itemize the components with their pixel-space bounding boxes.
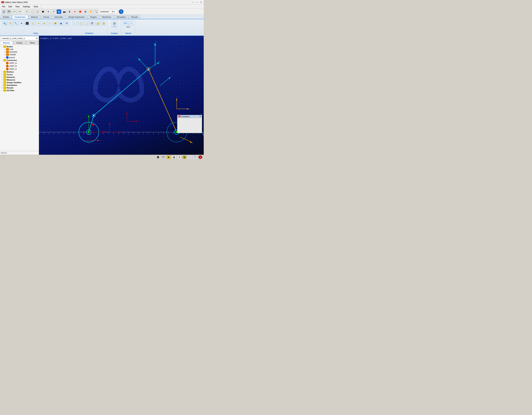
tree-joint-a[interactable]: JOINT_A: [1, 68, 38, 71]
prim-3-btn[interactable]: ⬜: [84, 20, 89, 26]
coordinate-window[interactable]: Ad Coordinat... ✕: [177, 115, 202, 133]
search-bar[interactable]: Search: [0, 151, 39, 155]
special-line-btn[interactable]: ⟋: [128, 20, 134, 26]
tree-measures[interactable]: + Measures: [1, 78, 38, 81]
tab-results[interactable]: Results: [129, 15, 140, 19]
expand-connectors[interactable]: −: [1, 59, 3, 61]
status-btn-7[interactable]: ⬡: [188, 155, 192, 159]
status-btn-6[interactable]: ●: [182, 155, 186, 159]
move-button[interactable]: ✛: [46, 9, 51, 14]
tab-connectors[interactable]: Connectors: [12, 15, 28, 19]
status-btn-2[interactable]: 💾: [161, 155, 165, 159]
joint-hooke-btn[interactable]: ✦: [36, 20, 41, 26]
maximize-button[interactable]: □: [196, 1, 198, 4]
new-button[interactable]: 🆕: [1, 9, 6, 14]
tree-joint-d[interactable]: JOINT_D: [1, 62, 38, 65]
expand-link[interactable]: +: [3, 48, 6, 50]
tab-bodies[interactable]: Bodies: [1, 15, 12, 19]
tree-design-variables[interactable]: + Design Variables: [1, 81, 38, 84]
joint-translational-btn[interactable]: ⊞: [8, 20, 13, 26]
expand-design-variables[interactable]: +: [1, 82, 3, 84]
tree-motions[interactable]: + Motions: [1, 71, 38, 73]
status-btn-3[interactable]: ■: [167, 155, 171, 159]
expand-simulations[interactable]: +: [1, 84, 3, 86]
expand-crank[interactable]: +: [3, 54, 6, 56]
expand-forces[interactable]: +: [1, 74, 3, 76]
joint-spherical-btn[interactable]: ●: [19, 20, 24, 26]
help-button[interactable]: ?: [119, 9, 124, 14]
prim-gear-btn[interactable]: ⚙: [89, 20, 95, 26]
joint-planar-btn[interactable]: ◱: [30, 20, 36, 26]
prim-2-btn[interactable]: ◫: [78, 20, 84, 26]
increment-input[interactable]: [109, 10, 117, 13]
tree-joint-b[interactable]: JOINT_B: [1, 65, 38, 68]
tab-forces[interactable]: Forces: [41, 15, 52, 19]
view3d-button[interactable]: 🖥: [67, 9, 72, 14]
joint-orientation-btn[interactable]: ◉: [58, 20, 64, 26]
zoom-button[interactable]: 🔍: [94, 9, 98, 14]
tree-rocker[interactable]: + ROCKER: [1, 51, 38, 53]
tab-design-exploration[interactable]: Design Exploration: [66, 15, 87, 19]
tab-motions[interactable]: Motions: [28, 15, 40, 19]
tree-results[interactable]: + Results: [1, 87, 38, 89]
expand-elements[interactable]: +: [1, 76, 3, 78]
tree-link[interactable]: + LINK: [1, 48, 38, 51]
viewport[interactable]: example_2_crank_rocker_asm: [39, 36, 204, 155]
minimize-button[interactable]: —: [192, 1, 194, 4]
tree-ground[interactable]: + ground: [1, 56, 38, 59]
menu-view[interactable]: View: [15, 5, 20, 8]
tab-plugins[interactable]: Plugins: [88, 15, 99, 19]
tree-simulations[interactable]: + Simulations: [1, 84, 38, 87]
status-btn-8[interactable]: ⓘ: [193, 155, 197, 159]
undo-button[interactable]: ↩: [12, 9, 17, 14]
select-button[interactable]: ↖: [25, 9, 29, 14]
panel-tab-groups[interactable]: Groups: [13, 41, 26, 45]
tree-forces[interactable]: + Forces: [1, 73, 38, 76]
focus-button[interactable]: 🔴: [78, 9, 82, 14]
joint-cylindrical-btn[interactable]: 🔧: [13, 20, 19, 26]
box-select-button[interactable]: ⬚: [30, 9, 35, 14]
transform-button[interactable]: ⬢: [41, 9, 45, 14]
prim-1-btn[interactable]: ⬚: [73, 20, 78, 26]
menu-settings[interactable]: Settings: [22, 5, 31, 8]
status-btn-1[interactable]: ⬛: [156, 155, 160, 159]
status-btn-5[interactable]: ◾: [177, 155, 181, 159]
expand-ground[interactable]: +: [3, 57, 6, 58]
menu-tools[interactable]: Tools: [33, 5, 39, 8]
target-button[interactable]: ⊕: [73, 9, 77, 14]
expand-rocker[interactable]: +: [3, 51, 6, 53]
tab-elements[interactable]: Elements: [52, 15, 65, 19]
joint-atpoint-btn[interactable]: ◈: [41, 20, 47, 26]
menu-file[interactable]: File: [1, 5, 6, 8]
redo-button[interactable]: ↪: [17, 9, 22, 14]
tree-all-other[interactable]: + All Other: [1, 89, 38, 92]
special-curve-btn[interactable]: 〜: [123, 20, 128, 26]
panel-tab-browse[interactable]: Browse: [0, 41, 13, 45]
tree-connectors[interactable]: − Connectors: [1, 59, 38, 62]
fill-button[interactable]: ■: [57, 9, 61, 14]
joint-revolute-btn[interactable]: 🔩: [2, 20, 7, 26]
joint-inline-btn[interactable]: ⬡: [47, 20, 52, 26]
tree-elements[interactable]: + Elements: [1, 76, 38, 78]
joint-parallel-btn[interactable]: ⧉: [64, 20, 69, 26]
prim-5-btn[interactable]: ◪: [95, 20, 100, 26]
grid-button[interactable]: ⊞: [83, 9, 88, 14]
model-dropdown[interactable]: example_2_crank_rocker_a: [1, 37, 38, 40]
expand-all-other[interactable]: +: [1, 90, 3, 91]
tab-machinery[interactable]: Machinery: [100, 15, 114, 19]
camera-button[interactable]: 📷: [62, 9, 66, 14]
menu-edit[interactable]: Edit: [8, 5, 13, 8]
tab-simulation[interactable]: Simulation: [114, 15, 128, 19]
panel-tab-filters[interactable]: Filters: [26, 41, 39, 45]
tree-bodies[interactable]: − Bodies: [1, 45, 38, 48]
link-button[interactable]: 🔗: [51, 9, 56, 14]
joint-fixed-btn[interactable]: ⬛: [25, 20, 30, 26]
expand-motions[interactable]: +: [1, 71, 3, 73]
save-button[interactable]: 💾: [7, 9, 11, 14]
coord-close-button[interactable]: ✕: [200, 115, 201, 117]
expand-bodies[interactable]: −: [1, 46, 3, 48]
tree-crank[interactable]: + CRANK: [1, 53, 38, 56]
status-btn-4[interactable]: ▦: [172, 155, 176, 159]
coupler-gear-btn[interactable]: ⚙ Gear: [112, 20, 117, 28]
close-button[interactable]: ✕: [200, 1, 202, 4]
